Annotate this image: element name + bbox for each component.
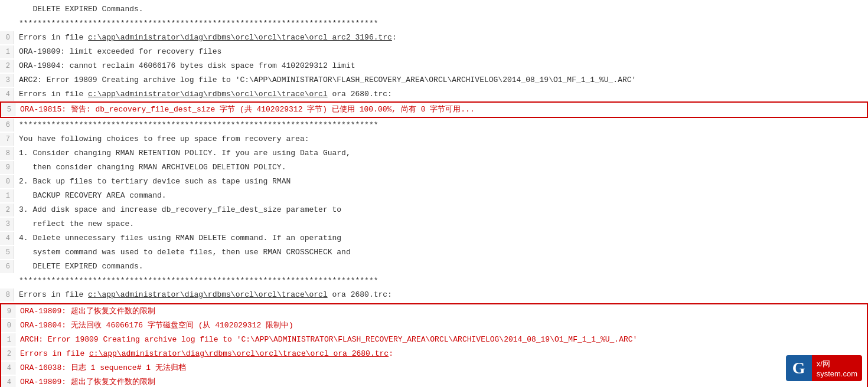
line-number: 0	[0, 175, 14, 188]
line-text: Errors in file c:\app\administrator\diag…	[20, 347, 867, 360]
line-number: 5	[0, 246, 14, 259]
terminal-line: 7You have following choices to free up s…	[0, 132, 868, 146]
line-number: 0	[0, 31, 14, 44]
line-number: 3	[0, 218, 14, 231]
terminal-line: 1ARCH: Error 19809 Creating archive log …	[1, 333, 867, 347]
line-text: ****************************************…	[19, 119, 868, 132]
line-text: ORA-19809: 超出了恢复文件数的限制	[20, 305, 867, 318]
line-text: then consider changing RMAN ARCHIVELOG D…	[19, 161, 868, 174]
terminal-line: 2ORA-19804: cannot reclaim 46066176 byte…	[0, 59, 868, 73]
line-text: You have following choices to free up sp…	[19, 133, 868, 146]
terminal-line: 6***************************************…	[0, 118, 868, 132]
terminal-line: 9ORA-19809: 超出了恢复文件数的限制	[1, 304, 867, 319]
line-number: 3	[0, 74, 14, 87]
terminal-line: 23. Add disk space and increase db_recov…	[0, 203, 868, 217]
line-text: ORA-19804: 无法回收 46066176 字节磁盘空间 (从 41020…	[20, 319, 867, 332]
terminal-line: 3ARC2: Error 19809 Creating archive log …	[0, 73, 868, 87]
watermark-site: x/网system.com	[812, 355, 862, 381]
line-text: ORA-19815: 警告: db_recovery_file_dest_siz…	[20, 103, 867, 116]
terminal-line: 6 DELETE EXPIRED commands.	[0, 260, 868, 274]
line-text: 3. Add disk space and increase db_recove…	[19, 204, 868, 217]
terminal-line: 4ORA-16038: 日志 1 sequence# 1 无法归档	[1, 361, 867, 375]
line-number: 9	[1, 305, 15, 318]
line-number: 5	[1, 103, 15, 116]
line-text: ORA-16038: 日志 1 sequence# 1 无法归档	[20, 362, 867, 375]
line-text: reflect the new space.	[19, 218, 868, 231]
watermark-logo: G	[786, 355, 812, 381]
line-number: 2	[0, 204, 14, 217]
terminal-line: 8Errors in file c:\app\administrator\dia…	[0, 288, 868, 302]
terminal-line: 4Errors in file c:\app\administrator\dia…	[0, 87, 868, 101]
line-text: ORA-19804: cannot reclaim 46066176 bytes…	[19, 60, 868, 73]
line-number: 4	[0, 232, 14, 245]
line-number: 1	[1, 333, 15, 346]
line-text: Errors in file c:\app\administrator\diag…	[19, 88, 868, 101]
terminal-line: 4ORA-19809: 超出了恢复文件数的限制	[1, 375, 867, 387]
terminal-line: DELETE EXPIRED Commands.	[0, 2, 868, 17]
line-text: system command was used to delete files,…	[19, 246, 868, 259]
line-text: Errors in file c:\app\administrator\diag…	[19, 31, 868, 44]
line-number: 4	[1, 362, 15, 375]
line-number: 1	[0, 189, 14, 202]
line-number: 8	[0, 147, 14, 160]
watermark: G x/网system.com	[786, 355, 862, 381]
terminal-line: 1ORA-19809: limit exceeded for recovery …	[0, 45, 868, 59]
terminal-line: ****************************************…	[0, 17, 868, 31]
line-text: BACKUP RECOVERY AREA command.	[19, 189, 868, 202]
line-text: ARC2: Error 19809 Creating archive log f…	[19, 74, 868, 87]
line-number: 2	[1, 347, 15, 360]
terminal-line: 02. Back up files to tertiary device suc…	[0, 175, 868, 189]
line-text: 2. Back up files to tertiary device such…	[19, 175, 868, 188]
line-text: 1. Consider changing RMAN RETENTION POLI…	[19, 147, 868, 160]
terminal-line: 9 then consider changing RMAN ARCHIVELOG…	[0, 160, 868, 175]
line-number: 1	[0, 45, 14, 58]
terminal-line: 0Errors in file c:\app\administrator\dia…	[0, 31, 868, 45]
line-number: 0	[1, 319, 15, 332]
line-number: 6	[0, 260, 14, 273]
line-number: 4	[0, 88, 14, 101]
line-text: DELETE EXPIRED commands.	[19, 260, 868, 273]
line-number: 9	[0, 161, 14, 174]
terminal-line: 2Errors in file c:\app\administrator\dia…	[1, 347, 867, 361]
line-text: Errors in file c:\app\administrator\diag…	[19, 288, 868, 301]
line-number: 7	[0, 133, 14, 146]
terminal-line: 1 BACKUP RECOVERY AREA command.	[0, 189, 868, 203]
line-number: 8	[0, 288, 14, 301]
line-text: DELETE EXPIRED Commands.	[19, 3, 868, 16]
terminal-line: 5ORA-19815: 警告: db_recovery_file_dest_si…	[0, 101, 868, 118]
line-number: 6	[0, 119, 14, 132]
terminal-line: 81. Consider changing RMAN RETENTION POL…	[0, 146, 868, 160]
line-number: 2	[0, 60, 14, 73]
line-text: ORA-19809: 超出了恢复文件数的限制	[20, 376, 867, 387]
terminal-line: 3 reflect the new space.	[0, 217, 868, 231]
line-text: ****************************************…	[19, 274, 868, 287]
terminal-line: 0ORA-19804: 无法回收 46066176 字节磁盘空间 (从 4102…	[1, 319, 867, 333]
line-text: ****************************************…	[19, 17, 868, 30]
line-text: 4. Delete unnecessary files using RMAN D…	[19, 232, 868, 245]
terminal-line: 5 system command was used to delete file…	[0, 245, 868, 260]
terminal-line: 44. Delete unnecessary files using RMAN …	[0, 231, 868, 245]
terminal-output: DELETE EXPIRED Commands.****************…	[0, 0, 868, 387]
line-text: ARCH: Error 19809 Creating archive log f…	[20, 333, 867, 346]
terminal-line: ****************************************…	[0, 274, 868, 288]
line-number: 4	[1, 376, 15, 387]
line-text: ORA-19809: limit exceeded for recovery f…	[19, 45, 868, 58]
